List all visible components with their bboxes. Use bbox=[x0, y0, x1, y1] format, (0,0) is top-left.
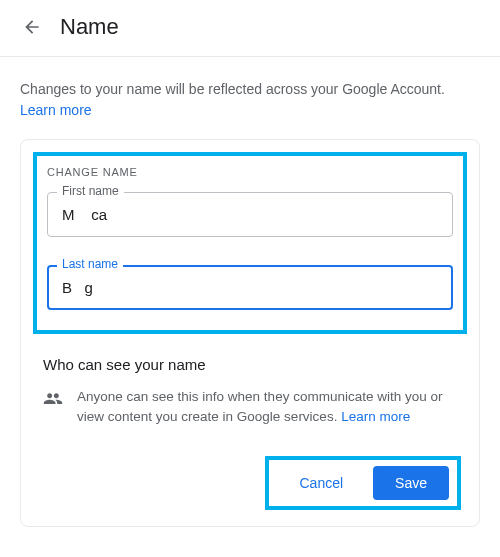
first-name-field: First name bbox=[47, 192, 453, 237]
description-text: Changes to your name will be reflected a… bbox=[0, 57, 500, 139]
last-name-field: Last name bbox=[47, 265, 453, 310]
change-name-label: CHANGE NAME bbox=[47, 166, 453, 178]
last-name-label: Last name bbox=[57, 257, 123, 271]
page-title: Name bbox=[60, 14, 119, 40]
last-name-input[interactable] bbox=[47, 265, 453, 310]
visibility-learn-more-link[interactable]: Learn more bbox=[341, 409, 410, 424]
learn-more-link[interactable]: Learn more bbox=[20, 102, 92, 118]
visibility-row: Anyone can see this info when they commu… bbox=[43, 387, 457, 428]
first-name-label: First name bbox=[57, 184, 124, 198]
description-body: Changes to your name will be reflected a… bbox=[20, 81, 445, 97]
visibility-text: Anyone can see this info when they commu… bbox=[77, 387, 457, 428]
name-card: CHANGE NAME First name Last name Who can… bbox=[20, 139, 480, 527]
cancel-button[interactable]: Cancel bbox=[277, 466, 365, 500]
visibility-title: Who can see your name bbox=[43, 356, 457, 373]
back-arrow-icon[interactable] bbox=[20, 15, 44, 39]
people-icon bbox=[43, 387, 63, 413]
visibility-section: Who can see your name Anyone can see thi… bbox=[37, 334, 463, 428]
save-button[interactable]: Save bbox=[373, 466, 449, 500]
highlight-change-name: CHANGE NAME First name Last name bbox=[33, 152, 467, 334]
actions-row: Cancel Save bbox=[37, 456, 463, 510]
first-name-input[interactable] bbox=[47, 192, 453, 237]
header: Name bbox=[0, 0, 500, 57]
highlight-actions: Cancel Save bbox=[265, 456, 461, 510]
